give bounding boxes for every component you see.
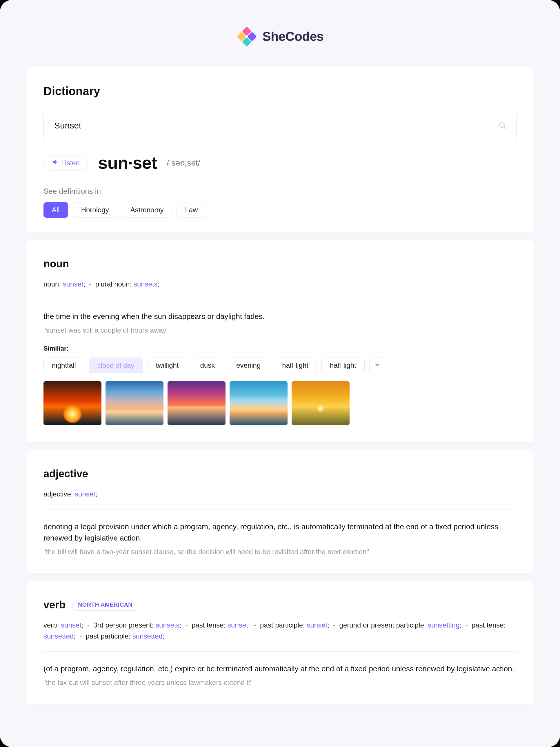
adjective-card: adjective adjective: sunset; denoting a … xyxy=(26,450,534,573)
form-value: sunset xyxy=(75,490,96,498)
form-label: verb: xyxy=(44,621,61,629)
category-pill-row: AllHorologyAstronomyLaw xyxy=(44,202,516,218)
form-separator: ; - xyxy=(460,621,472,629)
brand-name: SheCodes xyxy=(262,29,323,44)
svg-line-5 xyxy=(504,127,506,128)
sunset-thumbnail[interactable] xyxy=(106,381,163,425)
search-icon[interactable] xyxy=(499,122,507,130)
noun-forms: noun: sunset; - plural noun: sunsets; xyxy=(44,279,516,299)
noun-card: noun noun: sunset; - plural noun: sunset… xyxy=(26,240,534,442)
noun-example: "sunset was still a couple of hours away… xyxy=(44,326,516,334)
form-label: noun: xyxy=(44,280,63,288)
verb-forms: verb: sunset; - 3rd person present: suns… xyxy=(44,620,516,651)
category-pill[interactable]: Law xyxy=(177,202,206,218)
form-separator: ; - xyxy=(327,621,339,629)
shecodes-logo xyxy=(236,26,257,47)
form-separator: ; - xyxy=(248,621,260,629)
form-label: past participle: xyxy=(260,621,306,629)
form-separator: ; - xyxy=(180,621,192,629)
form-label: past tense: xyxy=(192,621,228,629)
image-row xyxy=(44,381,516,425)
form-value: sunset xyxy=(228,621,248,629)
chevron-down-icon xyxy=(374,361,380,369)
search-wrap xyxy=(44,110,516,141)
verb-definition: (of a program, agency, regulation, etc.)… xyxy=(44,663,516,674)
form-value: sunsetted xyxy=(132,632,163,640)
form-value: sunsets xyxy=(156,621,180,629)
phonetic: /ˈsənˌset/ xyxy=(167,158,200,168)
form-label: gerund or present participle: xyxy=(340,621,428,629)
form-value: sunsetting xyxy=(428,621,459,629)
word-row: Listen sun·set /ˈsənˌset/ xyxy=(44,153,516,173)
form-separator: ; - xyxy=(81,621,93,629)
see-definitions-label: See definitions in: xyxy=(44,187,516,196)
region-badge: NORTH AMERICAN xyxy=(73,599,138,611)
expand-similar-button[interactable] xyxy=(369,358,385,373)
form-label: 3rd person present: xyxy=(93,621,156,629)
search-input[interactable] xyxy=(44,110,516,141)
similar-pill[interactable]: nightfall xyxy=(44,358,84,373)
form-value: sunsetted xyxy=(44,632,74,640)
sunset-thumbnail[interactable] xyxy=(167,381,225,425)
form-value: sunset xyxy=(63,280,83,288)
similar-pill[interactable]: close of day xyxy=(89,358,143,373)
adjective-definition: denoting a legal provision under which a… xyxy=(44,521,516,544)
similar-pill[interactable]: half-light xyxy=(274,358,317,373)
similar-pill[interactable]: half-light xyxy=(321,358,365,373)
search-card: Dictionary Listen sun·set xyxy=(26,67,534,232)
listen-button[interactable]: Listen xyxy=(44,155,88,171)
similar-pill-row: nightfallclose of daytwillightduskevenin… xyxy=(44,358,516,373)
verb-title: verb xyxy=(44,599,65,611)
sunset-thumbnail[interactable] xyxy=(44,381,102,425)
form-separator: ; - xyxy=(74,632,85,640)
category-pill[interactable]: All xyxy=(44,202,68,218)
form-label: past participle: xyxy=(85,632,132,640)
similar-label: Similiar: xyxy=(44,345,516,352)
noun-definition: the time in the evening when the sun dis… xyxy=(44,311,516,322)
app-viewport: SheCodes Dictionary Listen xyxy=(0,0,560,747)
sunset-thumbnail[interactable] xyxy=(292,381,350,425)
similar-pill[interactable]: dusk xyxy=(192,358,223,373)
sunset-thumbnail[interactable] xyxy=(230,381,288,425)
form-separator: ; - xyxy=(83,280,95,288)
form-value: sunsets xyxy=(134,280,158,288)
adjective-example: "the bill will have a two-year sunset cl… xyxy=(44,548,516,556)
verb-example: "the tax cut will sunset after three yea… xyxy=(44,678,516,687)
form-label: adjective: xyxy=(44,490,75,498)
similar-pill[interactable]: twillight xyxy=(148,358,187,373)
page-title: Dictionary xyxy=(44,85,516,98)
category-pill[interactable]: Astronomy xyxy=(122,202,172,218)
noun-title: noun xyxy=(44,258,69,270)
adjective-forms: adjective: sunset; xyxy=(44,489,516,509)
form-value: sunset xyxy=(307,621,327,629)
similar-pill[interactable]: evening xyxy=(228,358,269,373)
category-pill[interactable]: Horology xyxy=(73,202,117,218)
listen-label: Listen xyxy=(61,159,80,167)
speaker-icon xyxy=(52,159,58,167)
adjective-title: adjective xyxy=(44,468,88,480)
headword: sun·set xyxy=(98,153,157,173)
form-label: past tense: xyxy=(472,621,506,629)
verb-card: verb NORTH AMERICAN verb: sunset; - 3rd … xyxy=(26,582,534,704)
brand-header: SheCodes xyxy=(26,26,534,47)
form-label: plural noun: xyxy=(96,280,134,288)
form-value: sunset xyxy=(61,621,81,629)
svg-point-4 xyxy=(500,123,504,127)
